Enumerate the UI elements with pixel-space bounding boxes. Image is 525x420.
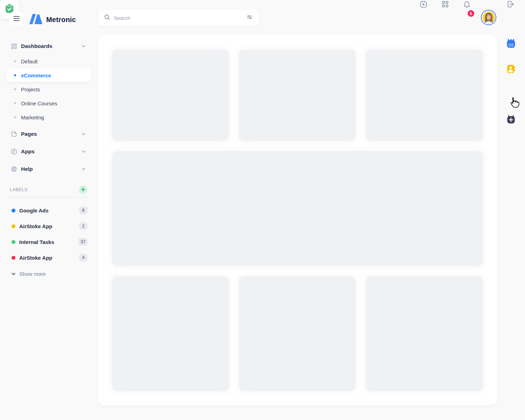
plus-icon — [81, 187, 85, 192]
bullet-icon — [14, 60, 16, 62]
label-item-airstoke-app-2[interactable]: AirStoke App 4 — [0, 251, 91, 265]
sidebar-item-online-courses[interactable]: Online Courses — [0, 97, 91, 110]
chevron-down-icon — [81, 167, 86, 172]
placeholder-card — [366, 276, 483, 391]
placeholder-card — [112, 50, 229, 141]
app-launcher-icon[interactable] — [441, 0, 449, 8]
label-item-google-ads[interactable]: Google Ads 6 — [0, 203, 91, 217]
sign-out-icon[interactable] — [506, 0, 515, 8]
apps-chart-icon — [10, 148, 18, 155]
chevron-down-icon — [81, 149, 86, 154]
label-item-internal-tasks[interactable]: Internal Tasks 37 — [0, 235, 91, 249]
sidebar-item-projects[interactable]: Projects — [0, 83, 91, 96]
chevron-down-icon — [81, 44, 86, 49]
mouse-cursor-pointer — [508, 97, 521, 109]
menu-icon — [13, 16, 20, 17]
main-content-card — [98, 35, 497, 405]
count-badge: 2 — [79, 222, 88, 230]
placeholder-card — [239, 276, 356, 391]
menu-button[interactable] — [10, 12, 23, 25]
pages-icon — [10, 131, 18, 138]
show-more-button[interactable]: Show more — [0, 267, 91, 280]
sidebar-item-default[interactable]: Default — [0, 55, 91, 68]
label-color-dot — [12, 256, 15, 260]
grid-icon — [10, 43, 18, 50]
divider — [10, 197, 88, 197]
chevron-down-icon — [81, 132, 86, 136]
search-input[interactable] — [114, 15, 246, 21]
calendar-icon[interactable] — [505, 38, 517, 49]
label-color-dot — [12, 209, 15, 212]
bullet-icon — [14, 88, 16, 90]
sidebar-item-pages[interactable]: Pages — [0, 127, 91, 141]
placeholder-card — [366, 50, 483, 141]
label-color-dot — [12, 224, 15, 228]
sidebar-item-help[interactable]: Help — [0, 162, 91, 176]
notification-badge: 5 — [468, 10, 474, 17]
sidebar-item-ecommerce[interactable]: eCommerce — [6, 69, 91, 82]
bullet-icon — [14, 74, 16, 76]
sidebar-item-apps[interactable]: Apps — [0, 145, 91, 159]
filter-sliders-icon[interactable] — [246, 14, 253, 22]
search-bar[interactable] — [98, 10, 259, 26]
chevron-down-icon — [11, 271, 16, 276]
count-badge: 37 — [78, 238, 88, 246]
bullet-icon — [14, 102, 16, 104]
count-badge: 6 — [79, 206, 88, 214]
brand-logo[interactable]: Metronic — [27, 13, 76, 27]
contacts-icon[interactable] — [506, 64, 516, 74]
placeholder-card — [112, 276, 229, 391]
calendar-add-icon[interactable] — [419, 0, 428, 8]
label-color-dot — [12, 240, 15, 244]
sidebar-item-label: Dashboards — [21, 43, 52, 49]
help-lifering-icon — [10, 166, 18, 173]
sidebar-item-marketing[interactable]: Marketing — [0, 111, 91, 124]
bell-icon[interactable] — [463, 0, 471, 8]
placeholder-card — [239, 50, 356, 141]
avatar[interactable] — [481, 10, 496, 25]
add-label-button[interactable] — [79, 186, 87, 194]
add-note-icon[interactable] — [506, 114, 516, 125]
count-badge: 4 — [79, 254, 88, 261]
metronic-logo-icon — [27, 13, 43, 27]
search-icon — [104, 14, 110, 22]
brand-name: Metronic — [46, 16, 76, 24]
placeholder-panel — [112, 151, 483, 266]
bullet-icon — [14, 116, 16, 118]
label-item-airstoke-app[interactable]: AirStoke App 2 — [0, 219, 91, 233]
labels-heading: LABELS — [10, 187, 28, 192]
sidebar-item-dashboards[interactable]: Dashboards — [0, 39, 91, 53]
